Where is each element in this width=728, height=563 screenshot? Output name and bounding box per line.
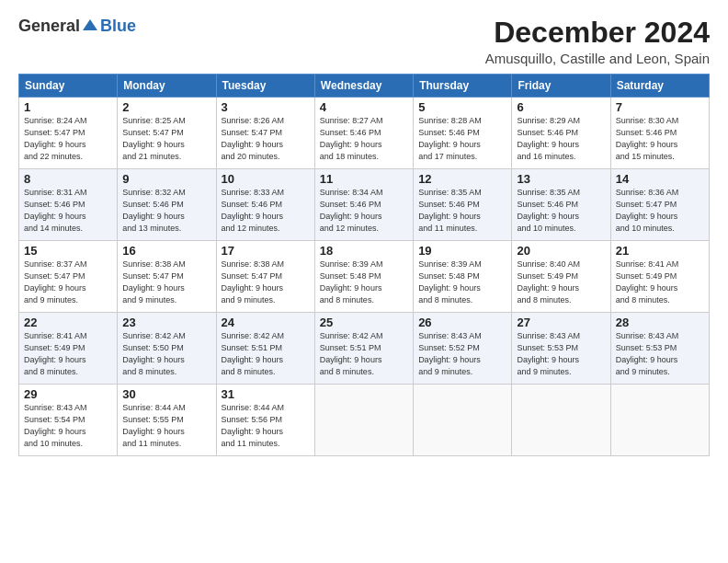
day-number: 10 (222, 172, 310, 186)
day-number: 7 (616, 100, 704, 114)
day-info: Sunrise: 8:39 AM Sunset: 5:48 PM Dayligh… (320, 259, 408, 306)
day-number: 30 (122, 387, 210, 401)
day-number: 12 (418, 172, 506, 186)
logo-general: General (18, 17, 80, 36)
day-number: 25 (320, 316, 408, 329)
header-friday: Friday (512, 75, 610, 98)
calendar-cell: 29Sunrise: 8:43 AM Sunset: 5:54 PM Dayli… (19, 385, 118, 456)
day-info: Sunrise: 8:42 AM Sunset: 5:51 PM Dayligh… (222, 330, 310, 378)
calendar-cell: 14Sunrise: 8:36 AM Sunset: 5:47 PM Dayli… (610, 169, 709, 241)
calendar-week-row: 22Sunrise: 8:41 AM Sunset: 5:49 PM Dayli… (19, 313, 710, 385)
day-info: Sunrise: 8:42 AM Sunset: 5:51 PM Dayligh… (320, 330, 408, 378)
day-number: 27 (517, 316, 605, 329)
day-info: Sunrise: 8:35 AM Sunset: 5:46 PM Dayligh… (418, 187, 506, 235)
day-number: 15 (24, 244, 112, 258)
day-info: Sunrise: 8:36 AM Sunset: 5:47 PM Dayligh… (616, 187, 704, 235)
day-info: Sunrise: 8:38 AM Sunset: 5:47 PM Dayligh… (122, 259, 210, 306)
day-number: 5 (418, 100, 506, 114)
day-number: 24 (222, 316, 310, 329)
calendar-cell: 18Sunrise: 8:39 AM Sunset: 5:48 PM Dayli… (314, 241, 413, 313)
day-number: 22 (24, 316, 112, 329)
day-info: Sunrise: 8:34 AM Sunset: 5:46 PM Dayligh… (320, 187, 408, 235)
header-monday: Monday (118, 75, 216, 98)
calendar-week-row: 15Sunrise: 8:37 AM Sunset: 5:47 PM Dayli… (19, 241, 710, 313)
day-info: Sunrise: 8:28 AM Sunset: 5:46 PM Dayligh… (418, 115, 506, 163)
month-title: December 2024 (485, 17, 710, 49)
logo-text: General Blue (18, 17, 136, 36)
day-info: Sunrise: 8:43 AM Sunset: 5:52 PM Dayligh… (418, 330, 506, 378)
day-info: Sunrise: 8:24 AM Sunset: 5:47 PM Dayligh… (24, 115, 112, 163)
day-info: Sunrise: 8:37 AM Sunset: 5:47 PM Dayligh… (24, 259, 112, 306)
day-number: 8 (24, 172, 112, 186)
calendar-cell: 27Sunrise: 8:43 AM Sunset: 5:53 PM Dayli… (512, 313, 610, 385)
calendar-cell: 16Sunrise: 8:38 AM Sunset: 5:47 PM Dayli… (118, 241, 216, 313)
logo-icon (81, 17, 99, 36)
day-number: 23 (122, 316, 210, 329)
header-tuesday: Tuesday (216, 75, 314, 98)
calendar-cell (414, 385, 512, 456)
header-saturday: Saturday (610, 75, 709, 98)
day-info: Sunrise: 8:41 AM Sunset: 5:49 PM Dayligh… (24, 330, 112, 378)
day-info: Sunrise: 8:31 AM Sunset: 5:46 PM Dayligh… (24, 187, 112, 235)
day-info: Sunrise: 8:32 AM Sunset: 5:46 PM Dayligh… (122, 187, 210, 235)
calendar-cell: 31Sunrise: 8:44 AM Sunset: 5:56 PM Dayli… (216, 385, 314, 456)
calendar-cell: 21Sunrise: 8:41 AM Sunset: 5:49 PM Dayli… (610, 241, 709, 313)
day-number: 16 (122, 244, 210, 258)
day-info: Sunrise: 8:43 AM Sunset: 5:53 PM Dayligh… (517, 330, 605, 378)
day-number: 28 (616, 316, 704, 329)
calendar-cell: 6Sunrise: 8:29 AM Sunset: 5:46 PM Daylig… (512, 98, 610, 169)
calendar-cell: 2Sunrise: 8:25 AM Sunset: 5:47 PM Daylig… (118, 98, 216, 169)
day-number: 20 (517, 244, 605, 258)
calendar-cell (512, 385, 610, 456)
day-number: 17 (222, 244, 310, 258)
calendar-cell: 8Sunrise: 8:31 AM Sunset: 5:46 PM Daylig… (19, 169, 118, 241)
day-info: Sunrise: 8:44 AM Sunset: 5:55 PM Dayligh… (122, 402, 210, 450)
day-info: Sunrise: 8:30 AM Sunset: 5:46 PM Dayligh… (616, 115, 704, 163)
title-block: December 2024 Amusquillo, Castille and L… (485, 17, 710, 66)
day-number: 3 (222, 100, 310, 114)
calendar-cell: 4Sunrise: 8:27 AM Sunset: 5:46 PM Daylig… (314, 98, 413, 169)
page: General Blue December 2024 Amusquillo, C… (0, 0, 728, 563)
calendar-cell: 24Sunrise: 8:42 AM Sunset: 5:51 PM Dayli… (216, 313, 314, 385)
day-info: Sunrise: 8:41 AM Sunset: 5:49 PM Dayligh… (616, 259, 704, 306)
day-number: 29 (24, 387, 112, 401)
calendar-table: Sunday Monday Tuesday Wednesday Thursday… (18, 74, 710, 456)
calendar-cell: 25Sunrise: 8:42 AM Sunset: 5:51 PM Dayli… (314, 313, 413, 385)
day-number: 11 (320, 172, 408, 186)
calendar-cell: 22Sunrise: 8:41 AM Sunset: 5:49 PM Dayli… (19, 313, 118, 385)
day-number: 4 (320, 100, 408, 114)
day-info: Sunrise: 8:29 AM Sunset: 5:46 PM Dayligh… (517, 115, 605, 163)
calendar-cell: 10Sunrise: 8:33 AM Sunset: 5:46 PM Dayli… (216, 169, 314, 241)
subtitle: Amusquillo, Castille and Leon, Spain (485, 51, 710, 66)
day-info: Sunrise: 8:27 AM Sunset: 5:46 PM Dayligh… (320, 115, 408, 163)
calendar-cell: 23Sunrise: 8:42 AM Sunset: 5:50 PM Dayli… (118, 313, 216, 385)
header-sunday: Sunday (19, 75, 118, 98)
calendar-week-row: 29Sunrise: 8:43 AM Sunset: 5:54 PM Dayli… (19, 385, 710, 456)
calendar-cell: 11Sunrise: 8:34 AM Sunset: 5:46 PM Dayli… (314, 169, 413, 241)
calendar-cell: 26Sunrise: 8:43 AM Sunset: 5:52 PM Dayli… (414, 313, 512, 385)
day-info: Sunrise: 8:44 AM Sunset: 5:56 PM Dayligh… (222, 402, 310, 450)
day-info: Sunrise: 8:39 AM Sunset: 5:48 PM Dayligh… (418, 259, 506, 306)
header-row: Sunday Monday Tuesday Wednesday Thursday… (19, 75, 710, 98)
calendar-cell: 12Sunrise: 8:35 AM Sunset: 5:46 PM Dayli… (414, 169, 512, 241)
svg-marker-0 (83, 19, 97, 30)
day-info: Sunrise: 8:25 AM Sunset: 5:47 PM Dayligh… (122, 115, 210, 163)
calendar-cell: 7Sunrise: 8:30 AM Sunset: 5:46 PM Daylig… (610, 98, 709, 169)
day-info: Sunrise: 8:43 AM Sunset: 5:53 PM Dayligh… (616, 330, 704, 378)
day-number: 2 (122, 100, 210, 114)
day-number: 19 (418, 244, 506, 258)
day-info: Sunrise: 8:33 AM Sunset: 5:46 PM Dayligh… (222, 187, 310, 235)
day-number: 18 (320, 244, 408, 258)
calendar-cell: 3Sunrise: 8:26 AM Sunset: 5:47 PM Daylig… (216, 98, 314, 169)
calendar-cell: 28Sunrise: 8:43 AM Sunset: 5:53 PM Dayli… (610, 313, 709, 385)
day-number: 6 (517, 100, 605, 114)
header-wednesday: Wednesday (314, 75, 413, 98)
day-info: Sunrise: 8:26 AM Sunset: 5:47 PM Dayligh… (222, 115, 310, 163)
day-number: 9 (122, 172, 210, 186)
day-number: 21 (616, 244, 704, 258)
day-number: 26 (418, 316, 506, 329)
day-info: Sunrise: 8:43 AM Sunset: 5:54 PM Dayligh… (24, 402, 112, 450)
calendar-cell: 1Sunrise: 8:24 AM Sunset: 5:47 PM Daylig… (19, 98, 118, 169)
day-info: Sunrise: 8:35 AM Sunset: 5:46 PM Dayligh… (517, 187, 605, 235)
day-number: 14 (616, 172, 704, 186)
